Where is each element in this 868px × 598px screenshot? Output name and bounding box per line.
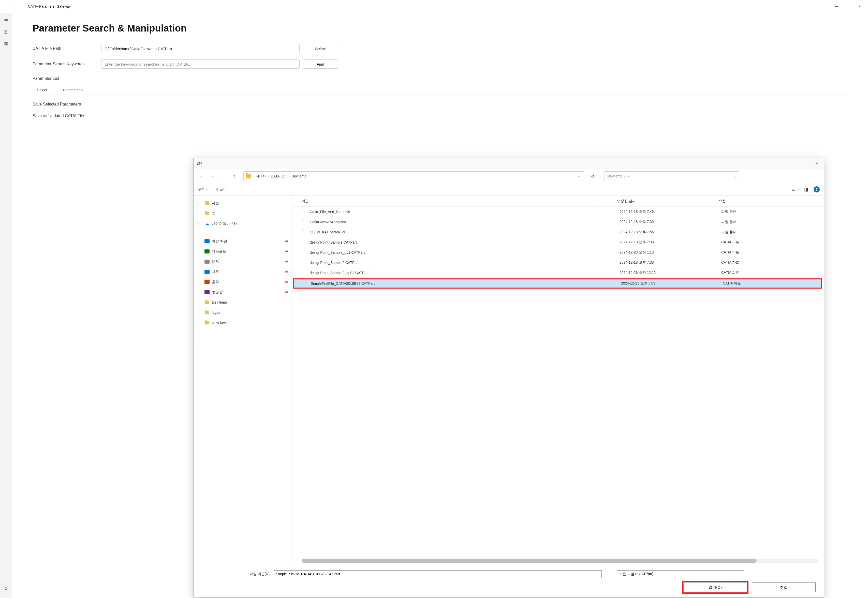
scrollbar-thumb[interactable] [302,559,757,563]
pin-icon: 📌 [284,290,289,295]
breadcrumb-segment[interactable]: DevTemp [290,174,308,178]
search-icon[interactable]: ⌕ [735,174,736,178]
filename-label: 파일 이름(N): [199,572,274,576]
pin-icon: 📌 [284,239,289,244]
search-input[interactable] [607,174,735,178]
catpart-file-icon [302,271,307,275]
file-type: CATIA 파트 [721,240,739,245]
quick-access-item[interactable]: 동영상📌 [193,287,291,297]
folder-icon [302,230,307,235]
file-date: 2024-12-18 오후 7:56 [620,230,721,235]
preview-pane-icon[interactable]: ◨ [804,187,808,192]
catpart-file-icon [302,240,307,245]
folder-icon [246,174,251,178]
quick-access-item[interactable]: clew-favicon [193,318,291,328]
filename-dropdown-icon[interactable]: ⌄ [602,573,607,576]
file-row[interactable]: designPoint_Sample_dp1.CATPart2024-12-23… [292,247,824,257]
tree-label: 앱 [212,211,216,215]
tree-label: 문서 [212,259,219,264]
column-headers[interactable]: 이름˄ 수정한 날짜 유형 [292,196,824,207]
pin-icon: 📌 [284,259,289,264]
file-type: 파일 폴더 [721,220,736,224]
parameter-table-header: Select Parameter N [33,85,848,95]
folder-icon [204,300,210,305]
view-list-icon[interactable]: ☰ ▼ [792,187,799,192]
file-name: designPoint_Sample.CATPart [310,240,620,244]
file-row[interactable]: SimpleTestFile_CATIA2018B28.CATPart2024-… [293,278,822,289]
tree-label: 음악 [212,280,219,284]
back-arrow-icon[interactable]: ← [3,1,18,12]
keywords-input[interactable] [101,60,299,69]
location-icon: ↓ [204,249,210,254]
open-button[interactable]: 열기(O) [683,583,747,592]
tree-label: 바탕 화면 [212,239,227,244]
nav-up-icon[interactable]: ↑ [230,172,239,181]
document-icon[interactable]: 🗎 [0,27,12,37]
quick-access-item[interactable]: 바탕 화면📌 [193,236,291,247]
breadcrumb-segment[interactable]: DATA (D:) [269,174,288,178]
tree-item[interactable]: ›앱 [193,208,291,218]
folder-tree[interactable]: ›사진›앱›☁Jeong-gyu - 개인바탕 화면📌↓다운로드📌문서📌사진📌음… [193,196,292,563]
sort-indicator-icon: ˄ [596,200,597,202]
breadcrumb[interactable]: › 내 PC › DATA (D:) › DevTemp ⌄ [243,171,584,181]
tree-item[interactable]: ›사진 [193,198,291,208]
file-row[interactable]: designPoint_Sample2.CATPart2024-12-18 오후… [292,257,824,268]
close-button[interactable]: ✕ [854,2,865,10]
col-type[interactable]: 유형 [719,199,726,203]
file-date: 2024-12-18 오후 7:46 [620,209,721,214]
cancel-button[interactable]: 취소 [752,583,816,592]
settings-icon[interactable]: ⚙ [0,583,12,594]
resize-grip-icon[interactable]: ⋰ [820,593,823,596]
quick-access-item[interactable]: ↓다운로드📌 [193,247,291,257]
find-button[interactable]: Find [303,60,338,69]
expand-icon[interactable]: › [198,222,202,225]
quick-access-item[interactable]: 사진📌 [193,267,291,277]
breadcrumb-segment[interactable]: 내 PC [255,174,267,178]
nav-forward-icon[interactable]: → [208,172,217,181]
catpart-file-icon [302,260,307,265]
file-row[interactable]: CLEW_KAI_param_v162024-12-18 오후 7:56파일 폴… [292,227,824,237]
organize-menu[interactable]: 구성▼ [198,187,208,192]
minimize-button[interactable]: — [831,2,842,10]
new-folder-button[interactable]: 새 폴더 [215,187,227,192]
maximize-button[interactable]: ☐ [842,2,854,10]
nav-recent-icon[interactable]: ⌄ [219,172,228,181]
file-type: 파일 폴더 [721,230,736,235]
file-date: 2024-12-18 오후 7:38 [620,260,721,265]
expand-icon[interactable]: › [198,202,202,205]
pin-icon: 📌 [284,249,289,254]
search-box[interactable]: ⌕ [605,171,739,181]
quick-access-item[interactable]: 문서📌 [193,257,291,267]
col-name[interactable]: 이름 [302,199,309,203]
location-icon [204,280,210,284]
quick-access-item[interactable]: logos [193,307,291,318]
pin-icon: 📌 [284,280,289,284]
expand-icon[interactable]: › [198,212,202,215]
col-select: Select [33,88,61,92]
menu-icon[interactable]: ☰ [0,15,12,27]
file-row[interactable]: designPoint_Sample.CATPart2024-12-18 오후 … [292,237,824,247]
filename-input[interactable] [274,570,602,578]
file-path-input[interactable] [101,44,299,53]
pin-icon: 📌 [284,269,289,274]
file-row[interactable]: designPoint_Sample2_dp02.CATPart2024-12-… [292,268,824,278]
horizontal-scrollbar[interactable] [302,559,819,563]
tree-label: 다운로드 [212,249,226,254]
quick-access-item[interactable]: DevTemp [193,297,291,307]
parameter-list-label: Parameter List [33,76,848,81]
tree-item[interactable]: ›☁Jeong-gyu - 개인 [193,218,291,229]
file-date: 2024-12-23 오전 1:13 [620,250,721,255]
file-type: CATIA 파트 [723,281,741,286]
refresh-icon[interactable]: ⟳ [588,172,597,181]
dialog-close-button[interactable]: ✕ [813,159,821,167]
help-icon[interactable]: ? [814,186,820,193]
select-button[interactable]: Select [303,44,338,53]
grid-icon[interactable]: ▦ [0,37,12,49]
file-filter-combo[interactable]: 모든 파일 (*.CATPart)⌄ [617,570,744,578]
col-date[interactable]: 수정한 날짜 [617,199,719,203]
file-row[interactable]: CatiaGatewayProgram2024-12-18 오후 7:39파일 … [292,217,824,227]
nav-back-icon[interactable]: ← [197,172,206,181]
file-row[interactable]: Catia_File_And_Sampels2024-12-18 오후 7:46… [292,207,824,217]
chevron-down-icon[interactable]: ⌄ [576,175,582,178]
quick-access-item[interactable]: 음악📌 [193,277,291,287]
